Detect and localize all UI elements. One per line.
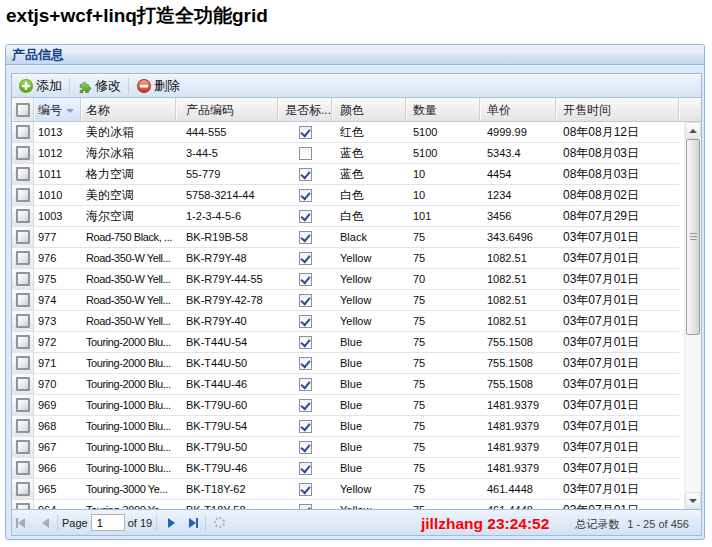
row-select-checkbox[interactable] xyxy=(16,398,30,412)
row-select-cell[interactable] xyxy=(12,122,34,143)
flag-checkbox-checked[interactable] xyxy=(299,483,312,496)
select-all-header[interactable] xyxy=(12,98,34,121)
first-page-button[interactable] xyxy=(12,515,28,531)
flag-checkbox-checked[interactable] xyxy=(299,378,312,391)
prev-page-button[interactable] xyxy=(37,515,53,531)
table-row[interactable]: 976Road-350-W Yell...BK-R79Y-48Yellow751… xyxy=(12,248,679,269)
table-row[interactable]: 966Touring-1000 Blu...BK-T79U-46Blue7514… xyxy=(12,458,679,479)
cell-name: 海尔空调 xyxy=(81,206,176,227)
flag-checkbox-checked[interactable] xyxy=(299,210,312,223)
table-row[interactable]: 1011格力空调55-779蓝色10445408年08月03日 xyxy=(12,164,679,185)
select-all-checkbox[interactable] xyxy=(16,103,30,117)
flag-checkbox-checked[interactable] xyxy=(299,357,312,370)
table-row[interactable]: 1010美的空调5758-3214-44白色10123408年08月02日 xyxy=(12,185,679,206)
row-select-cell[interactable] xyxy=(12,311,34,332)
table-row[interactable]: 964Touring-3000 Ye...BK-T18Y-58Yellow754… xyxy=(12,500,679,509)
flag-checkbox-unchecked[interactable] xyxy=(299,147,312,160)
row-select-checkbox[interactable] xyxy=(16,251,30,265)
cell-name: Touring-1000 Blu... xyxy=(81,395,176,416)
flag-checkbox-checked[interactable] xyxy=(299,231,312,244)
add-button[interactable]: 添加 xyxy=(15,75,65,97)
flag-checkbox-checked[interactable] xyxy=(299,189,312,202)
last-page-button[interactable] xyxy=(185,515,201,531)
table-row[interactable]: 1013美的冰箱444-555红色51004999.9908年08月12日 xyxy=(12,122,679,143)
table-row[interactable]: 969Touring-1000 Blu...BK-T79U-60Blue7514… xyxy=(12,395,679,416)
row-select-checkbox[interactable] xyxy=(16,314,30,328)
flag-checkbox-checked[interactable] xyxy=(299,273,312,286)
row-select-checkbox[interactable] xyxy=(16,377,30,391)
row-select-checkbox[interactable] xyxy=(16,167,30,181)
row-select-checkbox[interactable] xyxy=(16,335,30,349)
flag-checkbox-checked[interactable] xyxy=(299,168,312,181)
row-select-checkbox[interactable] xyxy=(16,356,30,370)
column-header-qty[interactable]: 数量 xyxy=(406,98,480,121)
row-select-cell[interactable] xyxy=(12,248,34,269)
column-header-name[interactable]: 名称 xyxy=(81,98,176,121)
row-select-checkbox[interactable] xyxy=(16,440,30,454)
row-select-checkbox[interactable] xyxy=(16,188,30,202)
row-select-checkbox[interactable] xyxy=(16,146,30,160)
scrollbar-thumb[interactable] xyxy=(686,139,700,335)
row-select-cell[interactable] xyxy=(12,185,34,206)
flag-checkbox-checked[interactable] xyxy=(299,462,312,475)
row-select-cell[interactable] xyxy=(12,227,34,248)
flag-checkbox-checked[interactable] xyxy=(299,441,312,454)
row-select-checkbox[interactable] xyxy=(16,209,30,223)
row-select-cell[interactable] xyxy=(12,395,34,416)
scroll-down-button[interactable] xyxy=(685,492,701,509)
flag-checkbox-checked[interactable] xyxy=(299,399,312,412)
row-select-checkbox[interactable] xyxy=(16,272,30,286)
row-select-cell[interactable] xyxy=(12,290,34,311)
flag-checkbox-checked[interactable] xyxy=(299,252,312,265)
flag-checkbox-checked[interactable] xyxy=(299,420,312,433)
row-select-cell[interactable] xyxy=(12,416,34,437)
table-row[interactable]: 965Touring-3000 Ye...BK-T18Y-62Yellow754… xyxy=(12,479,679,500)
table-row[interactable]: 1012海尔冰箱3-44-5蓝色51005343.408年08月03日 xyxy=(12,143,679,164)
row-select-checkbox[interactable] xyxy=(16,230,30,244)
flag-checkbox-checked[interactable] xyxy=(299,126,312,139)
flag-checkbox-checked[interactable] xyxy=(299,294,312,307)
row-select-cell[interactable] xyxy=(12,143,34,164)
row-select-cell[interactable] xyxy=(12,164,34,185)
table-row[interactable]: 971Touring-2000 Blu...BK-T44U-50Blue7575… xyxy=(12,353,679,374)
column-header-price[interactable]: 单价 xyxy=(480,98,556,121)
table-row[interactable]: 967Touring-1000 Blu...BK-T79U-50Blue7514… xyxy=(12,437,679,458)
row-select-checkbox[interactable] xyxy=(16,461,30,475)
scroll-up-button[interactable] xyxy=(685,122,701,139)
row-select-cell[interactable] xyxy=(12,458,34,479)
column-header-date[interactable]: 开售时间 xyxy=(556,98,679,121)
table-row[interactable]: 977Road-750 Black, ...BK-R19B-58Black753… xyxy=(12,227,679,248)
page-number-input[interactable] xyxy=(91,514,125,531)
refresh-button[interactable] xyxy=(211,515,227,531)
table-row[interactable]: 975Road-350-W Yell...BK-R79Y-44-55Yellow… xyxy=(12,269,679,290)
row-select-cell[interactable] xyxy=(12,500,34,509)
panel-body: 添加 xyxy=(6,66,704,539)
row-select-cell[interactable] xyxy=(12,479,34,500)
row-select-checkbox[interactable] xyxy=(16,482,30,496)
column-header-flag[interactable]: 是否标... xyxy=(278,98,332,121)
row-select-cell[interactable] xyxy=(12,269,34,290)
row-select-cell[interactable] xyxy=(12,206,34,227)
edit-button[interactable]: 修改 xyxy=(74,75,124,97)
next-page-button[interactable] xyxy=(163,515,179,531)
flag-checkbox-checked[interactable] xyxy=(299,336,312,349)
table-row[interactable]: 1003海尔空调1-2-3-4-5-6白色101345608年07月29日 xyxy=(12,206,679,227)
delete-button[interactable]: 删除 xyxy=(133,75,183,97)
table-row[interactable]: 973Road-350-W Yell...BK-R79Y-40Yellow751… xyxy=(12,311,679,332)
table-row[interactable]: 972Touring-2000 Blu...BK-T44U-54Blue7575… xyxy=(12,332,679,353)
row-select-cell[interactable] xyxy=(12,374,34,395)
table-row[interactable]: 970Touring-2000 Blu...BK-T44U-46Blue7575… xyxy=(12,374,679,395)
row-select-checkbox[interactable] xyxy=(16,293,30,307)
column-header-id[interactable]: 编号 xyxy=(34,98,81,121)
column-header-color[interactable]: 颜色 xyxy=(332,98,406,121)
table-row[interactable]: 968Touring-1000 Blu...BK-T79U-54Blue7514… xyxy=(12,416,679,437)
row-select-checkbox[interactable] xyxy=(16,125,30,139)
row-select-cell[interactable] xyxy=(12,332,34,353)
flag-checkbox-checked[interactable] xyxy=(299,315,312,328)
vertical-scrollbar[interactable] xyxy=(684,122,701,509)
table-row[interactable]: 974Road-350-W Yell...BK-R79Y-42-78Yellow… xyxy=(12,290,679,311)
column-header-code[interactable]: 产品编码 xyxy=(176,98,278,121)
row-select-checkbox[interactable] xyxy=(16,419,30,433)
row-select-cell[interactable] xyxy=(12,437,34,458)
row-select-cell[interactable] xyxy=(12,353,34,374)
